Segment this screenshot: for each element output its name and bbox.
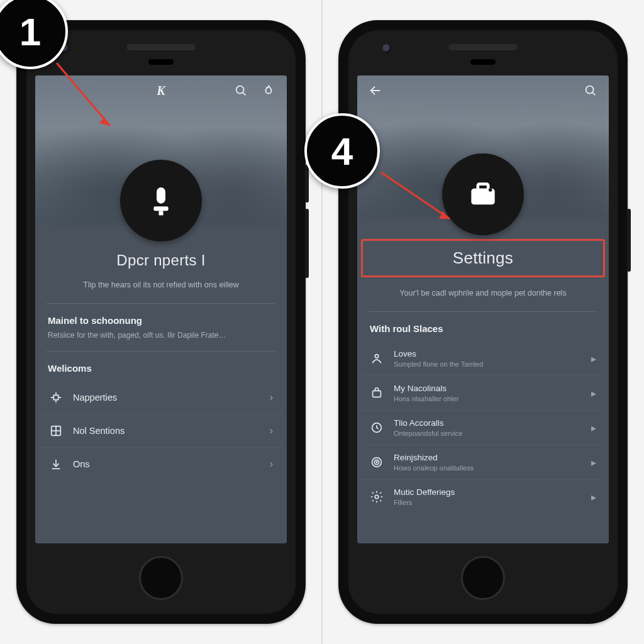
welcome-section: Welicoms [35,352,287,374]
svg-line-28 [57,63,110,126]
item-desc: Ontepoandsful service [394,430,581,437]
callout-arrow [50,57,126,138]
phone-side-button [627,209,631,272]
menu-label: Nol Sentions [73,426,260,436]
svg-point-25 [374,460,379,464]
menu-item-ons[interactable]: Ons › [39,447,283,480]
settings-item-defferiegs[interactable]: Mutic DefferiegsFlllers ▸ [361,479,605,514]
clock-icon [370,421,384,435]
item-desc: Hows onaleop onalitalless [394,464,581,472]
svg-point-20 [489,188,492,192]
item-label: Loves [394,349,581,358]
svg-line-30 [381,172,450,219]
section-heading: Mainel to schoonung [48,315,274,326]
phone-camera [382,44,391,53]
home-button[interactable] [139,556,183,600]
section-heading: With roul Slaces [370,323,596,334]
section-sub: Retsiice for the with, paged, oift us. I… [48,331,274,340]
widget-icon [49,391,63,404]
svg-rect-19 [478,184,488,190]
phone-side-button [305,209,309,278]
screen-left: K Dpcr nperts I Tlip the hears oil its n… [35,75,287,543]
chevron-right-icon: › [270,458,273,470]
svg-marker-29 [99,117,110,126]
profile-subtitle: Tlip the hears oil its not refied with o… [50,280,272,289]
svg-point-16 [586,86,594,94]
settings-item-accoralls[interactable]: Tlio AccorallsOntepoandsful service ▸ [361,410,605,445]
grid-icon [49,424,63,438]
phone-side-button [305,165,309,203]
chevron-right-icon: ▸ [591,353,596,365]
phone-speaker [126,44,196,50]
download-icon [49,457,63,471]
settings-item-loves[interactable]: LovesSumpled flone on the Tamled ▸ [361,341,605,375]
profile-avatar[interactable] [120,160,202,242]
svg-rect-4 [159,211,164,215]
chevron-right-icon: › [270,425,273,436]
svg-rect-3 [153,206,168,211]
search-icon[interactable] [234,84,248,97]
svg-rect-2 [157,187,165,204]
phone-speaker [448,44,518,50]
step-number: 4 [331,129,353,174]
svg-rect-5 [53,395,58,399]
item-label: Reinjshized [394,453,581,462]
profile-title: Dpcr nperts I [35,252,287,269]
page-title: Settings [363,248,603,268]
svg-line-17 [592,92,595,95]
back-icon[interactable] [369,84,382,97]
screen-right: Settings Your'l be cadl wphrile and mopl… [357,75,609,543]
chevron-right-icon: ▸ [591,422,596,434]
chevron-right-icon: ▸ [591,491,596,503]
item-desc: Flllers [394,499,581,506]
chevron-right-icon: ▸ [591,457,596,469]
person-icon [370,352,384,365]
item-label: My Nacolinals [394,384,581,393]
settings-item-nacolinals[interactable]: My NacolinalsHons nlsahaller ohler ▸ [361,375,605,410]
phone-sensor [470,59,496,65]
phone-sensor [148,59,174,65]
section-heading: Welicoms [48,363,274,374]
info-section: Mainel to schoonung Retsiice for the wit… [35,304,287,340]
menu-label: Napperties [73,392,260,402]
item-desc: Hons nlsahaller ohler [394,395,581,402]
step-badge-4: 4 [304,113,380,189]
svg-point-21 [375,355,379,358]
svg-line-1 [243,92,245,95]
search-icon[interactable] [584,84,597,97]
item-desc: Sumpled flone on the Tamled [394,360,581,368]
target-icon [370,455,384,469]
step-number: 1 [19,9,41,54]
page-subtitle: Your'l be cadl wphrile and mople pet don… [372,289,594,297]
settings-header-highlight[interactable]: Settings [361,239,605,277]
chevron-right-icon: ▸ [591,387,596,399]
phone-frame-right: Settings Your'l be cadl wphrile and mopl… [338,20,628,624]
flame-icon[interactable] [262,84,275,97]
item-label: Tlio Accoralls [394,418,581,428]
section: With roul Slaces [357,312,609,334]
menu-item-napperties[interactable]: Napperties › [39,381,283,414]
bag-icon [370,386,384,400]
menu-label: Ons [73,459,260,469]
home-button[interactable] [461,556,505,600]
settings-item-reinjshized[interactable]: ReinjshizedHows onaleop onalitalless ▸ [361,445,605,479]
gear-icon [370,490,384,504]
pane-divider [321,0,323,644]
callout-arrow [377,169,465,231]
svg-rect-22 [373,391,381,397]
svg-point-26 [376,462,377,463]
svg-point-27 [375,495,379,499]
chevron-right-icon: › [270,392,273,403]
svg-point-24 [372,458,382,467]
item-label: Mutic Defferiegs [394,487,581,497]
menu-item-sentions[interactable]: Nol Sentions › [39,414,283,447]
svg-point-0 [236,86,244,94]
